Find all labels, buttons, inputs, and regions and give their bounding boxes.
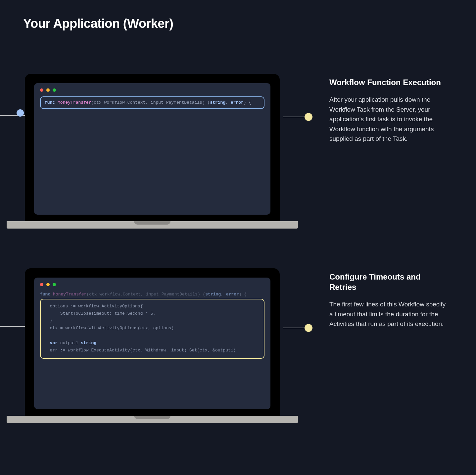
laptop-notch: [134, 416, 170, 419]
code-line-signature-dim: func MoneyTransfer(ctx workflow.Context,…: [40, 291, 264, 298]
window-controls: [40, 283, 264, 286]
laptop-base: [7, 416, 298, 423]
callout-dot-icon: [305, 113, 312, 121]
section-workflow-execution: func MoneyTransfer(ctx workflow.Context,…: [0, 74, 476, 229]
explanation-body: The first few lines of this Workflow spe…: [329, 299, 447, 329]
code-line: err := workflow.ExecuteActivity(ctx, Wit…: [45, 347, 260, 354]
explanation-heading: Configure Timeouts and Retries: [329, 272, 447, 292]
window-controls: [40, 88, 264, 92]
highlight-box-yellow: options := workflow.ActivityOptions{ Sta…: [40, 299, 264, 359]
minimize-icon: [46, 283, 50, 286]
connector-line: [283, 324, 312, 332]
highlight-box-blue: func MoneyTransfer(ctx workflow.Context,…: [40, 96, 264, 109]
laptop-notch: [134, 221, 170, 225]
section-configure-timeouts: func MoneyTransfer(ctx workflow.Context,…: [0, 268, 476, 423]
laptop-screen: func MoneyTransfer(ctx workflow.Context,…: [25, 268, 280, 416]
explanation-panel: Configure Timeouts and Retries The first…: [329, 272, 447, 329]
code-line: options := workflow.ActivityOptions{: [45, 303, 260, 310]
close-icon: [40, 283, 43, 286]
code-line-signature: func MoneyTransfer(ctx workflow.Context,…: [45, 99, 260, 106]
code-editor: func MoneyTransfer(ctx workflow.Context,…: [34, 83, 270, 215]
maximize-icon: [53, 283, 56, 286]
code-line: var output1 string: [45, 340, 260, 347]
laptop-illustration: func MoneyTransfer(ctx workflow.Context,…: [25, 74, 298, 229]
incoming-dot-icon: [17, 109, 24, 117]
code-line-blank: [45, 332, 260, 339]
explanation-heading: Workflow Function Execution: [329, 77, 447, 87]
minimize-icon: [46, 88, 50, 92]
explanation-body: After your application pulls down the Wo…: [329, 95, 447, 143]
code-line: StartToCloseTimeout: time.Second * 5,: [45, 310, 260, 317]
laptop-illustration: func MoneyTransfer(ctx workflow.Context,…: [25, 268, 298, 423]
code-line: }: [45, 317, 260, 325]
code-line: ctx = workflow.WithActivityOptions(ctx, …: [45, 325, 260, 332]
connector-line: [283, 113, 312, 121]
code-editor: func MoneyTransfer(ctx workflow.Context,…: [34, 278, 270, 409]
page-title: Your Application (Worker): [23, 17, 476, 31]
close-icon: [40, 88, 43, 92]
callout-dot-icon: [305, 324, 312, 332]
maximize-icon: [53, 88, 56, 92]
explanation-panel: Workflow Function Execution After your a…: [329, 77, 447, 143]
laptop-base: [7, 221, 298, 229]
laptop-screen: func MoneyTransfer(ctx workflow.Context,…: [25, 74, 280, 221]
